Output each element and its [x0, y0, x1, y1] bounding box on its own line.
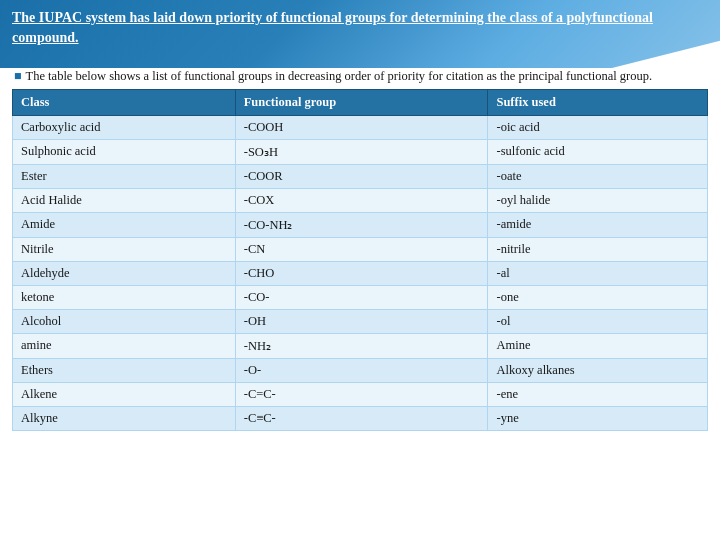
table-cell: -ene: [488, 382, 708, 406]
table-cell: ketone: [13, 285, 236, 309]
table-cell: Aldehyde: [13, 261, 236, 285]
table-row: Alkene-C=C--ene: [13, 382, 708, 406]
table-cell: -CHO: [235, 261, 488, 285]
table-cell: Nitrile: [13, 237, 236, 261]
table-row: Alcohol-OH-ol: [13, 309, 708, 333]
table-cell: -al: [488, 261, 708, 285]
table-row: Acid Halide-COX-oyl halide: [13, 188, 708, 212]
table-row: Alkyne-C≡C--yne: [13, 406, 708, 430]
table-cell: -COOH: [235, 115, 488, 139]
table-cell: -yne: [488, 406, 708, 430]
table-cell: -CN: [235, 237, 488, 261]
page: The IUPAC system has laid down priority …: [0, 0, 720, 540]
table-cell: Ester: [13, 164, 236, 188]
table-cell: Carboxylic acid: [13, 115, 236, 139]
table-row: Sulphonic acid-SO₃H-sulfonic acid: [13, 139, 708, 164]
table-cell: -oyl halide: [488, 188, 708, 212]
table-cell: -NH₂: [235, 333, 488, 358]
table-row: Nitrile-CN-nitrile: [13, 237, 708, 261]
table-row: ketone-CO--one: [13, 285, 708, 309]
table-cell: -oic acid: [488, 115, 708, 139]
page-title: The IUPAC system has laid down priority …: [12, 8, 700, 47]
table-cell: Sulphonic acid: [13, 139, 236, 164]
table-cell: -O-: [235, 358, 488, 382]
title-label: The IUPAC system has laid down priority …: [12, 10, 653, 45]
table-cell: -sulfonic acid: [488, 139, 708, 164]
table-row: Ester-COOR-oate: [13, 164, 708, 188]
col-header-suffix: Suffix used: [488, 89, 708, 115]
col-header-functional-group: Functional group: [235, 89, 488, 115]
functional-groups-table: Class Functional group Suffix used Carbo…: [12, 89, 708, 431]
table-row: amine-NH₂Amine: [13, 333, 708, 358]
table-cell: Alkene: [13, 382, 236, 406]
table-cell: Amine: [488, 333, 708, 358]
table-cell: -CO-NH₂: [235, 212, 488, 237]
table-cell: Acid Halide: [13, 188, 236, 212]
table-row: Aldehyde-CHO-al: [13, 261, 708, 285]
table-cell: -OH: [235, 309, 488, 333]
intro-paragraph: ■The table below shows a list of functio…: [12, 68, 708, 85]
table-cell: Alkoxy alkanes: [488, 358, 708, 382]
table-cell: -oate: [488, 164, 708, 188]
col-header-class: Class: [13, 89, 236, 115]
table-cell: Alcohol: [13, 309, 236, 333]
table-cell: -C≡C-: [235, 406, 488, 430]
table-row: Ethers-O-Alkoxy alkanes: [13, 358, 708, 382]
table-cell: -nitrile: [488, 237, 708, 261]
table-cell: -COOR: [235, 164, 488, 188]
table-cell: -C=C-: [235, 382, 488, 406]
table-cell: Amide: [13, 212, 236, 237]
table-cell: -ol: [488, 309, 708, 333]
table-cell: Ethers: [13, 358, 236, 382]
intro-text: The table below shows a list of function…: [26, 69, 653, 83]
table-cell: -CO-: [235, 285, 488, 309]
table-cell: -SO₃H: [235, 139, 488, 164]
table-row: Carboxylic acid-COOH-oic acid: [13, 115, 708, 139]
table-header-row: Class Functional group Suffix used: [13, 89, 708, 115]
table-cell: Alkyne: [13, 406, 236, 430]
table-cell: amine: [13, 333, 236, 358]
table-cell: -one: [488, 285, 708, 309]
content-area: ■The table below shows a list of functio…: [12, 68, 708, 536]
table-cell: -COX: [235, 188, 488, 212]
table-cell: -amide: [488, 212, 708, 237]
bullet-icon: ■: [14, 68, 22, 85]
table-row: Amide-CO-NH₂-amide: [13, 212, 708, 237]
